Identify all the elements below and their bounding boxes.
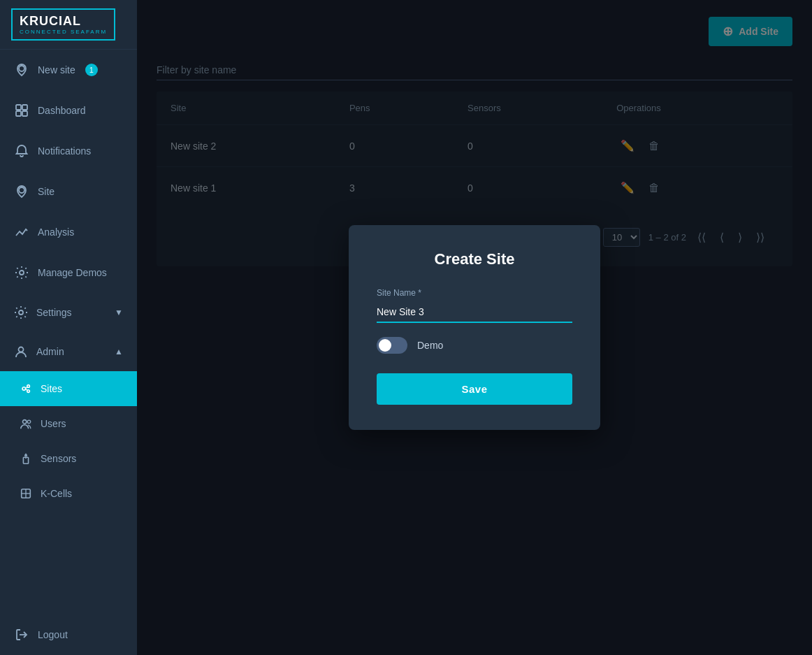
site-icon (14, 184, 29, 199)
svg-point-12 (23, 420, 27, 424)
demo-toggle[interactable] (377, 337, 407, 354)
sensors-icon (20, 452, 32, 465)
modal-overlay: Create Site Site Name * Demo Save (137, 0, 812, 655)
sidebar-item-site-label: Site (38, 186, 55, 197)
sidebar-subitem-users[interactable]: Users (0, 406, 137, 441)
svg-point-11 (27, 390, 30, 393)
sidebar-item-settings[interactable]: Settings ▼ (0, 293, 137, 332)
svg-point-10 (27, 385, 30, 388)
sidebar-item-site[interactable]: Site (0, 171, 137, 212)
sidebar-item-analysis-label: Analysis (38, 226, 74, 238)
demo-toggle-row: Demo (377, 337, 572, 354)
svg-point-6 (20, 271, 24, 275)
sidebar-subitem-sensors[interactable]: Sensors (0, 441, 137, 476)
site-name-label: Site Name * (377, 288, 572, 298)
save-label: Save (461, 383, 487, 395)
sidebar-subitem-sensors-label: Sensors (41, 453, 76, 464)
settings-expand-arrow: ▼ (115, 308, 123, 317)
sidebar-item-settings-label: Settings (36, 307, 72, 318)
dashboard-icon (14, 103, 29, 118)
sidebar-item-admin-label: Admin (36, 346, 64, 357)
demo-label: Demo (417, 340, 443, 351)
svg-rect-1 (16, 105, 21, 110)
admin-icon (14, 345, 28, 359)
sidebar-item-dashboard-label: Dashboard (38, 105, 86, 116)
svg-point-0 (19, 66, 24, 71)
svg-point-9 (22, 387, 26, 391)
sidebar-item-manage-demos-label: Manage Demos (38, 267, 107, 278)
sidebar-subitem-users-label: Users (41, 418, 66, 429)
logo-box: KRUCIAL CONNECTED SEAFARM (11, 8, 115, 41)
svg-rect-4 (22, 111, 27, 116)
svg-point-8 (19, 347, 24, 352)
svg-point-13 (27, 420, 31, 424)
toggle-track (377, 337, 407, 354)
bell-icon (14, 143, 29, 159)
sidebar: KRUCIAL CONNECTED SEAFARM New site 1 Das… (0, 0, 137, 655)
sidebar-item-new-site-label: New site (38, 64, 75, 75)
chart-icon (14, 224, 29, 240)
sidebar-item-notifications[interactable]: Notifications (0, 131, 137, 171)
toggle-thumb (379, 339, 391, 352)
admin-expand-arrow: ▲ (115, 347, 123, 357)
sidebar-subitem-k-cells-label: K-Cells (41, 488, 72, 499)
logo-subtitle: CONNECTED SEAFARM (20, 29, 107, 35)
sidebar-item-logout-label: Logout (38, 629, 68, 640)
sidebar-subitem-k-cells[interactable]: K-Cells (0, 476, 137, 511)
settings-icon (14, 305, 28, 319)
sites-icon (20, 382, 32, 395)
main-content: ⊕ Add Site Site Pens Sensors Operations … (137, 0, 812, 655)
k-cells-icon (20, 487, 32, 500)
sidebar-item-dashboard[interactable]: Dashboard (0, 90, 137, 131)
sidebar-item-notifications-label: Notifications (38, 145, 91, 157)
location-icon (14, 62, 29, 78)
svg-rect-2 (22, 105, 27, 110)
sidebar-item-manage-demos[interactable]: Manage Demos (0, 252, 137, 293)
svg-point-5 (19, 187, 24, 193)
sidebar-subitem-sites-label: Sites (41, 383, 62, 394)
sidebar-subitem-sites[interactable]: Sites (0, 371, 137, 406)
sidebar-item-admin[interactable]: Admin ▲ (0, 332, 137, 371)
logout-icon (14, 627, 29, 642)
create-site-modal: Create Site Site Name * Demo Save (349, 225, 600, 430)
sidebar-item-logout[interactable]: Logout (0, 614, 137, 655)
modal-title: Create Site (377, 250, 572, 268)
site-name-field: Site Name * (377, 288, 572, 323)
svg-point-7 (19, 310, 23, 315)
svg-rect-3 (16, 111, 21, 116)
logo-area: KRUCIAL CONNECTED SEAFARM (0, 0, 137, 50)
users-icon (20, 417, 32, 430)
manage-demos-icon (14, 265, 29, 280)
site-name-input[interactable] (377, 302, 572, 323)
logo-title: KRUCIAL (20, 14, 107, 29)
new-site-badge: 1 (85, 64, 98, 76)
sidebar-item-analysis[interactable]: Analysis (0, 212, 137, 252)
sidebar-item-new-site[interactable]: New site 1 (0, 50, 137, 90)
save-button[interactable]: Save (377, 373, 572, 405)
